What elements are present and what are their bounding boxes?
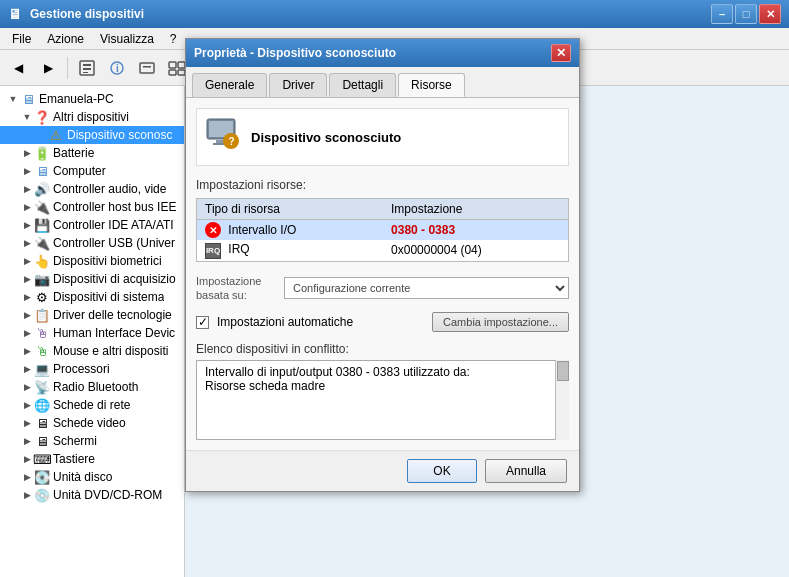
- tab-dettagli[interactable]: Dettagli: [329, 73, 396, 97]
- toolbar-btn-3[interactable]: [133, 54, 161, 82]
- toolbar-btn-1[interactable]: [73, 54, 101, 82]
- tree-mouse-arrow[interactable]: ▶: [20, 346, 34, 356]
- tree-proc-label: Processori: [53, 362, 110, 376]
- conflict-scroll-thumb[interactable]: [557, 361, 569, 381]
- back-button[interactable]: ◀: [4, 54, 32, 82]
- conflict-box[interactable]: Intervallo di input/output 0380 - 0383 u…: [196, 360, 569, 440]
- menu-azione[interactable]: Azione: [39, 30, 92, 48]
- tree-comp-label: Computer: [53, 164, 106, 178]
- tree-group-bluetooth[interactable]: ▶ 📡 Radio Bluetooth: [0, 378, 184, 396]
- device-tree[interactable]: ▼ 🖥 Emanuela-PC ▼ ❓ Altri dispositivi ⚠ …: [0, 86, 185, 577]
- tree-group-mouse[interactable]: ▶ 🖱 Mouse e altri dispositi: [0, 342, 184, 360]
- tree-usb-arrow[interactable]: ▶: [20, 238, 34, 248]
- tree-group-dvd[interactable]: ▶ 💿 Unità DVD/CD-ROM: [0, 486, 184, 504]
- tree-acqui-arrow[interactable]: ▶: [20, 274, 34, 284]
- tree-group-acqui[interactable]: ▶ 📷 Dispositivi di acquisizio: [0, 270, 184, 288]
- tab-risorse[interactable]: Risorse: [398, 73, 465, 97]
- toolbar-btn-2[interactable]: i: [103, 54, 131, 82]
- tree-sch-arrow[interactable]: ▶: [20, 436, 34, 446]
- tree-item-dispositivo[interactable]: ⚠ Dispositivo sconosc: [0, 126, 184, 144]
- tree-bio-arrow[interactable]: ▶: [20, 256, 34, 266]
- dialog-footer: OK Annulla: [186, 450, 579, 491]
- resource-table: Tipo di risorsa Impostazione ✕ Intervall…: [196, 198, 569, 262]
- tree-dvd-arrow[interactable]: ▶: [20, 490, 34, 500]
- tab-generale[interactable]: Generale: [192, 73, 267, 97]
- tree-root-arrow[interactable]: ▼: [6, 94, 20, 104]
- tree-group-tastiere[interactable]: ▶ ⌨ Tastiere: [0, 450, 184, 468]
- cpu-icon: 💻: [34, 361, 50, 377]
- tree-bt-label: Radio Bluetooth: [53, 380, 138, 394]
- maximize-button[interactable]: □: [735, 4, 757, 24]
- driver-icon: 📋: [34, 307, 50, 323]
- window-close-button[interactable]: ✕: [759, 4, 781, 24]
- tabs-container: Generale Driver Dettagli Risorse: [186, 67, 579, 98]
- table-row-irq[interactable]: IRQ IRQ 0x00000004 (04): [197, 240, 569, 261]
- tree-group-biometrici[interactable]: ▶ 👆 Dispositivi biometrici: [0, 252, 184, 270]
- tree-altri-arrow[interactable]: ▼: [20, 112, 34, 122]
- cancel-button[interactable]: Annulla: [485, 459, 567, 483]
- tree-group-schermi[interactable]: ▶ 🖥 Schermi: [0, 432, 184, 450]
- tree-comp-arrow[interactable]: ▶: [20, 166, 34, 176]
- tree-rete-arrow[interactable]: ▶: [20, 400, 34, 410]
- audio-icon: 🔊: [34, 181, 50, 197]
- tree-group-proc[interactable]: ▶ 💻 Processori: [0, 360, 184, 378]
- window-title: Gestione dispositivi: [30, 7, 711, 21]
- tree-bt-arrow[interactable]: ▶: [20, 382, 34, 392]
- main-window: 🖥 Gestione dispositivi – □ ✕ File Azione…: [0, 0, 789, 577]
- hostbus-icon: 🔌: [34, 199, 50, 215]
- svg-rect-9: [178, 62, 185, 68]
- menu-visualizza[interactable]: Visualizza: [92, 30, 162, 48]
- minimize-button[interactable]: –: [711, 4, 733, 24]
- tree-group-altri[interactable]: ▼ ❓ Altri dispositivi: [0, 108, 184, 126]
- forward-button[interactable]: ▶: [34, 54, 62, 82]
- tree-proc-arrow[interactable]: ▶: [20, 364, 34, 374]
- tree-disco-arrow[interactable]: ▶: [20, 472, 34, 482]
- tree-group-usb[interactable]: ▶ 🔌 Controller USB (Univer: [0, 234, 184, 252]
- tree-group-disco[interactable]: ▶ 💽 Unità disco: [0, 468, 184, 486]
- tree-group-batterie[interactable]: ▶ 🔋 Batterie: [0, 144, 184, 162]
- tree-group-audio[interactable]: ▶ 🔊 Controller audio, vide: [0, 180, 184, 198]
- auto-checkbox[interactable]: ✓: [196, 316, 209, 329]
- tree-sis-arrow[interactable]: ▶: [20, 292, 34, 302]
- col-tipo: Tipo di risorsa: [197, 199, 384, 220]
- menu-file[interactable]: File: [4, 30, 39, 48]
- dispositivo-icon: ⚠: [48, 127, 64, 143]
- tree-group-driver[interactable]: ▶ 📋 Driver delle tecnologie: [0, 306, 184, 324]
- window-controls: – □ ✕: [711, 4, 781, 24]
- conflict-scrollbar[interactable]: [555, 360, 569, 440]
- tree-hid-arrow[interactable]: ▶: [20, 328, 34, 338]
- irq-icon: IRQ: [205, 243, 221, 259]
- battery-icon: 🔋: [34, 145, 50, 161]
- menu-help[interactable]: ?: [162, 30, 185, 48]
- tree-tast-label: Tastiere: [53, 452, 95, 466]
- table-row-io[interactable]: ✕ Intervallo I/O 0380 - 0383: [197, 220, 569, 241]
- device-icon-container: ?: [203, 115, 239, 159]
- tree-group-ide[interactable]: ▶ 💾 Controller IDE ATA/ATI: [0, 216, 184, 234]
- tree-group-hid[interactable]: ▶ 🖱 Human Interface Devic: [0, 324, 184, 342]
- tree-vid-arrow[interactable]: ▶: [20, 418, 34, 428]
- tree-drv-arrow[interactable]: ▶: [20, 310, 34, 320]
- tree-hostbus-arrow[interactable]: ▶: [20, 202, 34, 212]
- tree-group-computer[interactable]: ▶ 🖥 Computer: [0, 162, 184, 180]
- tree-group-hostbus[interactable]: ▶ 🔌 Controller host bus IEE: [0, 198, 184, 216]
- tree-bat-arrow[interactable]: ▶: [20, 148, 34, 158]
- auto-settings-label: Impostazioni automatiche: [217, 315, 424, 329]
- ide-icon: 💾: [34, 217, 50, 233]
- sistema-icon: ⚙: [34, 289, 50, 305]
- tree-altri-label: Altri dispositivi: [53, 110, 129, 124]
- toolbar-sep-1: [67, 57, 68, 79]
- tree-group-sistema[interactable]: ▶ ⚙ Dispositivi di sistema: [0, 288, 184, 306]
- tree-root[interactable]: ▼ 🖥 Emanuela-PC: [0, 90, 184, 108]
- tree-group-video[interactable]: ▶ 🖥 Schede video: [0, 414, 184, 432]
- tab-driver[interactable]: Driver: [269, 73, 327, 97]
- video-icon: 🖥: [34, 415, 50, 431]
- ok-button[interactable]: OK: [407, 459, 477, 483]
- setting-based-select[interactable]: Configurazione corrente: [284, 277, 569, 299]
- tree-group-rete[interactable]: ▶ 🌐 Schede di rete: [0, 396, 184, 414]
- tree-ide-arrow[interactable]: ▶: [20, 220, 34, 230]
- change-button[interactable]: Cambia impostazione...: [432, 312, 569, 332]
- dialog-close-button[interactable]: ✕: [551, 44, 571, 62]
- tree-sch-label: Schermi: [53, 434, 97, 448]
- tree-bat-label: Batterie: [53, 146, 94, 160]
- tree-audio-arrow[interactable]: ▶: [20, 184, 34, 194]
